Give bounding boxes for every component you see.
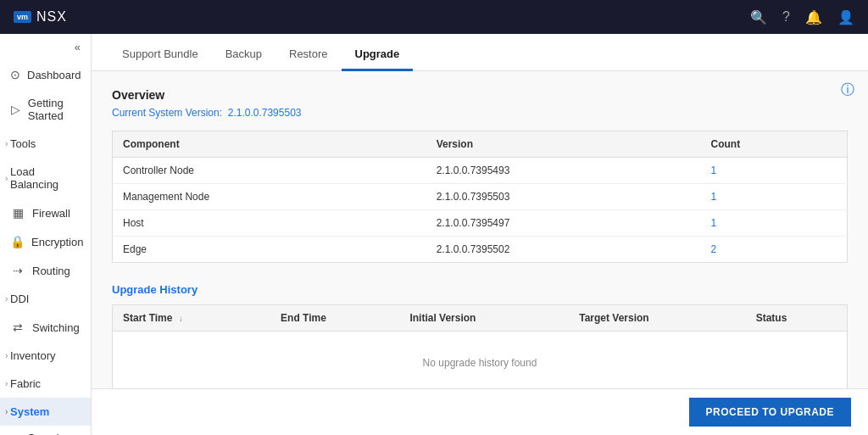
sidebar-item-label: System: [10, 405, 49, 418]
tab-upgrade[interactable]: Upgrade: [342, 39, 414, 71]
sidebar-item-system[interactable]: › System: [0, 398, 91, 426]
sidebar-item-label: Routing: [32, 265, 70, 277]
sidebar-item-label: Inventory: [10, 349, 55, 362]
sidebar-item-label: Dashboard: [27, 69, 81, 81]
sidebar-item-switching[interactable]: ⇄ Switching: [0, 313, 91, 342]
components-table: Component Version Count Controller Node …: [112, 131, 848, 263]
sidebar-item-label: Fabric: [10, 377, 41, 390]
chevron-icon: ›: [5, 351, 8, 360]
table-row: Controller Node 2.1.0.0.7395493 1: [113, 158, 848, 184]
component-count[interactable]: 1: [701, 184, 848, 210]
sidebar-item-dashboard[interactable]: ⊙ Dashboard: [0, 60, 91, 89]
upgrade-history-table: Start Time ↓ End Time Initial Version Ta…: [112, 304, 848, 388]
encryption-icon: 🔒: [10, 235, 25, 248]
tab-support-bundle[interactable]: Support Bundle: [108, 39, 212, 71]
component-name: Management Node: [113, 184, 426, 210]
help-icon[interactable]: ?: [782, 9, 790, 25]
proceed-to-upgrade-button[interactable]: PROCEED TO UPGRADE: [689, 398, 851, 427]
col-header-component: Component: [113, 131, 426, 158]
component-version: 2.1.0.0.7395502: [426, 237, 701, 263]
dashboard-icon: ⊙: [10, 68, 20, 81]
chevron-icon: ›: [5, 139, 8, 148]
col-header-initial-version: Initial Version: [399, 305, 569, 332]
history-empty-message: No upgrade history found: [113, 332, 848, 389]
chevron-icon: ›: [5, 174, 8, 183]
sidebar-item-fabric[interactable]: › Fabric: [0, 370, 91, 398]
sort-icon: ↓: [179, 314, 183, 323]
vm-icon: vm: [14, 11, 31, 23]
getting-started-icon: ▷: [10, 103, 21, 116]
sidebar-item-label: Switching: [32, 321, 80, 334]
sidebar-item-label: DDI: [10, 293, 29, 305]
sidebar-item-overview[interactable]: Overview: [10, 426, 91, 435]
col-header-version: Version: [426, 131, 701, 158]
col-header-status: Status: [746, 305, 848, 332]
component-version: 2.1.0.0.7395503: [426, 184, 701, 210]
switching-icon: ⇄: [10, 321, 25, 334]
col-header-target-version: Target Version: [569, 305, 745, 332]
content-footer: PROCEED TO UPGRADE: [92, 388, 868, 435]
current-version-value: 2.1.0.0.7395503: [228, 107, 302, 119]
search-icon[interactable]: 🔍: [750, 9, 767, 25]
sidebar-item-load-balancing[interactable]: › Load Balancing: [0, 158, 91, 198]
history-empty-row: No upgrade history found: [113, 332, 848, 389]
topbar-right: 🔍 ? 🔔 👤: [750, 9, 854, 25]
firewall-icon: ▦: [10, 206, 25, 220]
app-logo: vm NSX: [14, 9, 67, 25]
chevron-icon: ›: [5, 407, 8, 416]
sidebar-item-inventory[interactable]: › Inventory: [0, 342, 91, 370]
sidebar-item-tools[interactable]: › Tools: [0, 130, 91, 158]
component-name: Host: [113, 210, 426, 237]
bell-icon[interactable]: 🔔: [805, 9, 822, 25]
sidebar-item-label: Tools: [10, 137, 36, 150]
component-version: 2.1.0.0.7395493: [426, 158, 701, 184]
routing-icon: ⇢: [10, 264, 25, 277]
component-name: Edge: [113, 237, 426, 263]
topbar-left: vm NSX: [14, 9, 67, 25]
sidebar-item-routing[interactable]: ⇢ Routing: [0, 256, 91, 285]
current-version-label: Current System Version:: [112, 107, 222, 119]
current-version: Current System Version: 2.1.0.0.7395503: [112, 107, 848, 119]
component-version: 2.1.0.0.7395497: [426, 210, 701, 237]
chevron-icon: ›: [5, 379, 8, 388]
tab-restore[interactable]: Restore: [275, 39, 342, 71]
chevron-icon: ›: [5, 294, 8, 304]
user-icon[interactable]: 👤: [837, 9, 854, 25]
table-row: Management Node 2.1.0.0.7395503 1: [113, 184, 848, 210]
sidebar-item-label: Load Balancing: [10, 165, 81, 191]
table-row: Host 2.1.0.0.7395497 1: [113, 210, 848, 237]
upgrade-history-title: Upgrade History: [112, 283, 848, 296]
sidebar-item-label: Encryption: [31, 236, 83, 248]
sidebar-collapse-button[interactable]: «: [0, 34, 91, 60]
main-content: ⓘ Overview Current System Version: 2.1.0…: [92, 71, 868, 388]
sidebar-item-label: Firewall: [32, 207, 70, 220]
content-area: Support Bundle Backup Restore Upgrade ⓘ …: [92, 34, 868, 435]
topbar: vm NSX 🔍 ? 🔔 👤: [0, 0, 868, 34]
sidebar-system-subitems: Overview Trust Configuration Utilities U…: [0, 426, 91, 435]
sidebar-item-getting-started[interactable]: ▷ Getting Started: [0, 89, 91, 130]
sidebar: « ⊙ Dashboard ▷ Getting Started › Tools …: [0, 34, 92, 435]
sidebar-item-encryption[interactable]: 🔒 Encryption: [0, 227, 91, 256]
app-name: NSX: [36, 9, 67, 25]
tabs-bar: Support Bundle Backup Restore Upgrade: [92, 34, 868, 71]
component-name: Controller Node: [113, 158, 426, 184]
component-count[interactable]: 1: [701, 158, 848, 184]
sidebar-sub-label: Overview: [27, 432, 73, 435]
help-circle-icon[interactable]: ⓘ: [841, 81, 854, 99]
table-row: Edge 2.1.0.0.7395502 2: [113, 237, 848, 263]
col-header-count: Count: [701, 131, 848, 158]
sidebar-item-firewall[interactable]: ▦ Firewall: [0, 198, 91, 227]
overview-title: Overview: [112, 88, 848, 102]
col-header-end-time: End Time: [270, 305, 399, 332]
tab-backup[interactable]: Backup: [212, 39, 275, 71]
component-count[interactable]: 2: [701, 237, 848, 263]
col-header-start-time[interactable]: Start Time ↓: [113, 305, 271, 332]
sidebar-item-label: Getting Started: [28, 97, 81, 122]
sidebar-item-ddi[interactable]: › DDI: [0, 285, 91, 313]
component-count[interactable]: 1: [701, 210, 848, 237]
